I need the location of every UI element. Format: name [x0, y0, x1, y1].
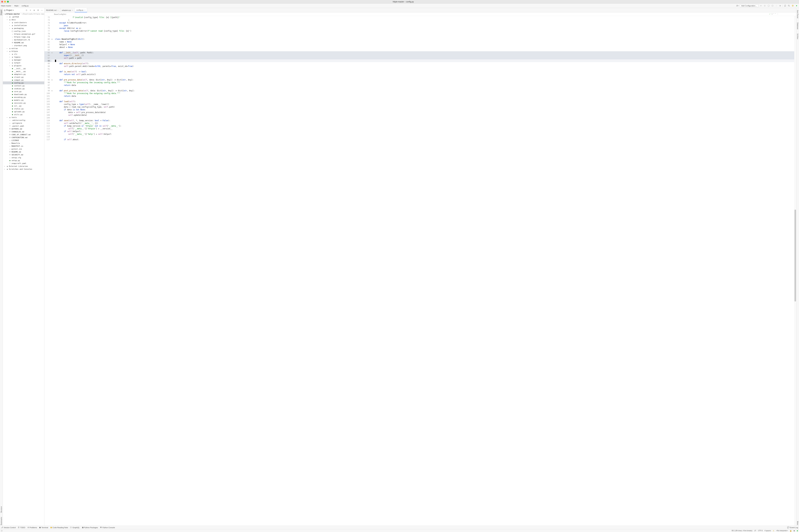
todo-tool[interactable]: ☰TODO: [18, 527, 25, 529]
update-icon[interactable]: [784, 4, 786, 7]
caret-position[interactable]: 88:1 (89 chars, 4 line breaks): [732, 530, 752, 532]
tree-item[interactable]: ▾▣docs: [3, 18, 44, 21]
code-line[interactable]: 106 if data is not None:: [44, 108, 794, 111]
tree-item[interactable]: ●status.py: [3, 107, 44, 110]
close-window-button[interactable]: [1, 1, 3, 3]
user-icon[interactable]: ▾: [736, 4, 739, 7]
code-line[interactable]: 99●↓ def post_process_data(self, data: D…: [44, 89, 794, 92]
close-tab-icon[interactable]: ×: [72, 9, 73, 11]
code-line[interactable]: 103 def load(self):: [44, 100, 794, 103]
code-line[interactable]: 117 if self.about:: [44, 138, 794, 141]
code-line[interactable]: 75 pass: [44, 24, 794, 27]
file-encoding[interactable]: UTF-8: [758, 530, 763, 532]
prev-highlight-icon[interactable]: ˄: [774, 13, 774, 15]
code-line[interactable]: 72 f'invalid {config_type} file: {e} [{p…: [44, 16, 794, 19]
code-line[interactable]: 81 name = None: [44, 40, 794, 43]
indent-setting[interactable]: 4 spaces: [764, 530, 771, 532]
close-tab-icon[interactable]: ×: [57, 9, 58, 11]
expand-all-icon[interactable]: ≡: [29, 9, 32, 12]
tree-item[interactable]: ▫markdownlint.rb: [3, 38, 44, 41]
code-line[interactable]: 82 helpurl = None: [44, 43, 794, 46]
chevron-down-icon[interactable]: ▾: [13, 9, 14, 11]
tree-item[interactable]: ▸▣Scratches and Consoles: [3, 168, 44, 171]
tool-window-quick-access-icon[interactable]: ▢: [1, 530, 2, 532]
code-line[interactable]: 96 """Hook for processing the incoming c…: [44, 81, 794, 84]
code-line[interactable]: 78: [44, 32, 794, 35]
database-tool-tab[interactable]: Database: [796, 22, 799, 30]
tree-item[interactable]: MREADME.md: [3, 41, 44, 44]
tree-item[interactable]: ●uploads.py: [3, 110, 44, 113]
tree-item[interactable]: ▸▣plugins: [3, 64, 44, 67]
json-parser-tool-tab[interactable]: Json Parser: [796, 9, 799, 19]
stop-icon[interactable]: [779, 4, 782, 7]
tree-item[interactable]: ▸▣output: [3, 61, 44, 64]
breadcrumb-item[interactable]: httpie: [14, 5, 19, 7]
tree-item[interactable]: ▫pytest.ini: [3, 148, 44, 150]
interpreter-status[interactable]: <No interpreter>: [776, 530, 788, 532]
code-line[interactable]: 73 ): [44, 19, 794, 21]
code-line[interactable]: 83 about = None: [44, 46, 794, 49]
code-line[interactable]: 88: [44, 59, 794, 62]
code-line[interactable]: 108 self.update(data): [44, 114, 794, 116]
editor-tab[interactable]: config.py×: [75, 8, 87, 12]
tree-item[interactable]: ●client.py: [3, 76, 44, 79]
code-line[interactable]: 101 return data: [44, 95, 794, 97]
tree-item[interactable]: Y.packit.yaml: [3, 125, 44, 128]
tree-item[interactable]: ▸▣.github: [3, 15, 44, 18]
python-console-tool[interactable]: ⌘Python Console: [100, 527, 115, 529]
tree-item[interactable]: ▸▣cli: [3, 53, 44, 56]
tree-item[interactable]: ●models.py: [3, 99, 44, 101]
tree-item[interactable]: ●__main__.py: [3, 70, 44, 73]
tree-item[interactable]: {}config.json: [3, 30, 44, 33]
tree-item[interactable]: ▫httpie-logo.svg: [3, 35, 44, 38]
tree-item[interactable]: ▫.editorconfig: [3, 119, 44, 122]
tree-item[interactable]: ▸▣installation: [3, 24, 44, 27]
tree-item[interactable]: ●cookies.py: [3, 87, 44, 90]
coverage-icon[interactable]: [767, 4, 770, 7]
tree-item[interactable]: ▸▣contributors: [3, 21, 44, 24]
ide-features-icon[interactable]: [795, 4, 798, 7]
tree-item[interactable]: MCONTRIBUTING.md: [3, 136, 44, 139]
code-line[interactable]: 80●↓class BaseConfigDict(dict):: [44, 38, 794, 40]
warning-icon[interactable]: ⚠: [773, 530, 774, 532]
code-line[interactable]: 105 data = read_raw_config(config_type, …: [44, 106, 794, 108]
minimize-window-button[interactable]: [4, 1, 6, 3]
code-line[interactable]: 89 def ensure_directory(self):: [44, 62, 794, 65]
code-line[interactable]: 84: [44, 49, 794, 51]
tree-item[interactable]: ▸▣packaging: [3, 27, 44, 30]
editor-options-icon[interactable]: ⋮: [777, 13, 779, 15]
code-line[interactable]: 111 self.setdefault('__meta__', {}): [44, 122, 794, 125]
sciview-tool-tab[interactable]: SciView: [796, 33, 799, 40]
tree-item[interactable]: ▫httpie-animation.gif: [3, 33, 44, 35]
tree-item[interactable]: ●setup.py: [3, 159, 44, 162]
tree-item[interactable]: ▫Makefile: [3, 142, 44, 145]
code-line[interactable]: 112 if bump_version or 'httpie' not in s…: [44, 125, 794, 127]
collapse-all-icon[interactable]: ≣: [33, 9, 36, 12]
version-control-tool[interactable]: ⎇Version Control: [1, 527, 16, 529]
editor-breadcrumb[interactable]: BaseConfigDict: [54, 13, 66, 15]
code-line[interactable]: 94: [44, 76, 794, 78]
breadcrumb-item[interactable]: httpie-master: [1, 5, 11, 7]
readonly-lock-icon[interactable]: 🔓: [790, 530, 792, 532]
tree-item[interactable]: MSECURITY.md: [3, 153, 44, 156]
tree-item[interactable]: MREADME.md: [3, 150, 44, 153]
code-line[interactable]: 86 super().__init__(): [44, 54, 794, 57]
tree-item[interactable]: ▸▣tests: [3, 116, 44, 119]
structure-tool-tab[interactable]: Structure: [0, 506, 3, 513]
ide-status-icon[interactable]: ◆: [797, 530, 798, 532]
project-view-title[interactable]: Project: [6, 9, 12, 11]
code-line[interactable]: 97 return data: [44, 84, 794, 87]
editor-scrollbar[interactable]: [794, 16, 796, 526]
tree-item[interactable]: ▾▣httpie: [3, 50, 44, 53]
profile-icon[interactable]: [771, 4, 774, 7]
tree-item[interactable]: ●config.py: [3, 81, 44, 84]
tree-item[interactable]: MAUTHORS.md: [3, 128, 44, 130]
inspection-check-icon[interactable]: ✓: [769, 13, 770, 15]
navigation-breadcrumbs[interactable]: httpie-master 〉 httpie 〉 config.py: [1, 4, 29, 7]
code-line[interactable]: 85●↓ def __init__(self, path: Path):: [44, 51, 794, 54]
code-line[interactable]: 93 return not self.path.exists(): [44, 73, 794, 76]
code-line[interactable]: 104 config_type = type(self).__name__.lo…: [44, 103, 794, 106]
tree-item[interactable]: ●encoding.py: [3, 96, 44, 99]
tree-item[interactable]: ●sessions.py: [3, 101, 44, 104]
code-line[interactable]: 110 def save(self, *, bump_version: bool…: [44, 119, 794, 122]
